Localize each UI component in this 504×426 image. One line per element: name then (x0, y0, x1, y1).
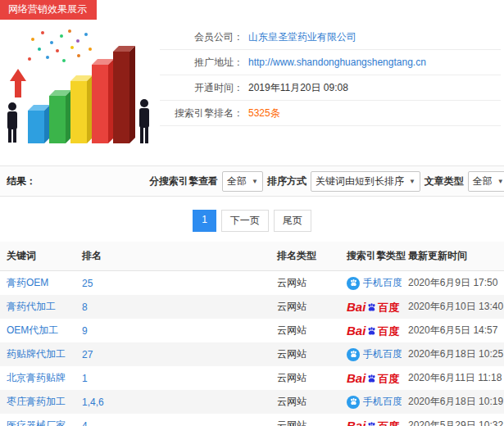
engine-cell: 手机百度 (340, 390, 402, 414)
engine-cell: 手机百度 (340, 271, 402, 296)
rank-type-cell: 云网站 (270, 295, 340, 319)
updated-cell: 2020年6月9日 17:50 (402, 271, 504, 296)
page-next[interactable]: 下一页 (221, 210, 269, 232)
chevron-down-icon: ▼ (409, 178, 415, 185)
keyword-cell: 北京膏药贴牌 (0, 366, 75, 390)
header-rank: 排名 (75, 242, 270, 271)
filter-bar: 结果： 分搜索引擎查看 全部 ▼ 排序方式 关键词由短到长排序 ▼ 文章类型 全… (0, 165, 504, 197)
page-title: 网络营销效果展示 (8, 3, 87, 15)
engine-cell: Bai百度 (340, 319, 402, 342)
rank-type-cell: 云网站 (270, 319, 340, 342)
promo-url-link[interactable]: http://www.shandonghuangshengtang.cn (248, 57, 426, 68)
article-type-value: 全部 (473, 174, 493, 188)
rank-link[interactable]: 25 (82, 278, 93, 289)
header-rank-type: 排名类型 (270, 242, 340, 271)
rank-cell: 27 (75, 342, 270, 366)
keyword-link[interactable]: 膏药代加工 (7, 301, 56, 312)
mobile-baidu-label: 手机百度 (363, 276, 402, 290)
rank-link[interactable]: 1 (82, 373, 88, 384)
keyword-cell: 枣庄膏药加工 (0, 390, 75, 414)
page: 网络营销效果展示 (0, 0, 504, 426)
header-engine-type: 搜索引擎类型 (340, 242, 402, 271)
article-type-select[interactable]: 全部 ▼ (468, 171, 504, 192)
updated-cell: 2020年6月18日 10:25 (402, 342, 504, 366)
company-info-list: 会员公司： 山东皇圣堂药业有限公司 推广地址： http://www.shand… (160, 25, 504, 154)
mobile-baidu-icon (347, 396, 360, 409)
promo-url-label: 推广地址： (160, 56, 243, 70)
mobile-baidu-engine: 手机百度 (347, 347, 402, 361)
table-row: 膏药代加工 8 云网站 Bai百度 2020年6月10日 13:40 (0, 295, 504, 319)
rank-type-cell: 云网站 (270, 414, 340, 426)
header-keyword: 关键词 (0, 242, 75, 271)
engine-cell: Bai百度 (340, 366, 402, 390)
rank-link[interactable]: 9 (82, 325, 88, 337)
results-table: 关键词 排名 排名类型 搜索引擎类型 最新更新时间 膏药OEM 25 云网站 手… (0, 242, 504, 426)
engine-filter-value: 全部 (227, 174, 247, 188)
keyword-link[interactable]: OEM代加工 (7, 324, 58, 336)
chevron-down-icon: ▼ (252, 178, 258, 185)
engine-filter-select[interactable]: 全部 ▼ (222, 171, 263, 192)
company-label: 会员公司： (160, 30, 243, 44)
rank-link[interactable]: 1,4,6 (82, 397, 104, 408)
promo-url-row: 推广地址： http://www.shandonghuangshengtang.… (160, 50, 501, 75)
engine-filter-label: 分搜索引擎查看 (149, 174, 218, 188)
table-row: 北京膏药贴牌 1 云网站 Bai百度 2020年6月11日 11:18 (0, 366, 504, 390)
mobile-baidu-engine: 手机百度 (347, 395, 402, 409)
sort-value: 关键词由短到长排序 (316, 174, 404, 188)
mobile-baidu-label: 手机百度 (363, 395, 402, 409)
filter-controls: 分搜索引擎查看 全部 ▼ 排序方式 关键词由短到长排序 ▼ 文章类型 全部 ▼ … (148, 170, 504, 193)
marketing-illustration (0, 23, 160, 154)
updated-cell: 2020年5月29日 10:32 (402, 414, 504, 426)
rank-count-label: 搜索引擎排名： (160, 106, 243, 120)
mobile-baidu-icon (347, 277, 360, 290)
rank-type-cell: 云网站 (270, 342, 340, 366)
article-type-label: 文章类型 (425, 174, 464, 188)
keyword-cell: 医疗器械厂家 (0, 414, 75, 426)
rank-cell: 25 (75, 271, 270, 296)
engine-cell: 手机百度 (340, 342, 402, 366)
rank-cell: 1,4,6 (75, 390, 270, 414)
keyword-cell: 膏药OEM (0, 271, 75, 296)
table-row: OEM代加工 9 云网站 Bai百度 2020年6月5日 14:57 (0, 319, 504, 342)
keyword-link[interactable]: 药贴牌代加工 (7, 348, 66, 360)
keyword-link[interactable]: 膏药OEM (7, 277, 48, 288)
open-time-row: 开通时间： 2019年11月20日 09:08 (160, 75, 501, 101)
rank-type-cell: 云网站 (270, 271, 340, 296)
rank-link[interactable]: 27 (82, 349, 93, 360)
rank-type-cell: 云网站 (270, 366, 340, 390)
keyword-cell: 膏药代加工 (0, 295, 75, 319)
chevron-down-icon: ▼ (497, 178, 504, 185)
keyword-cell: 药贴牌代加工 (0, 342, 75, 366)
mobile-baidu-icon (347, 348, 360, 361)
keyword-link[interactable]: 枣庄膏药加工 (7, 396, 66, 407)
updated-cell: 2020年6月10日 13:40 (402, 295, 504, 319)
table-header-row: 关键词 排名 排名类型 搜索引擎类型 最新更新时间 (0, 242, 504, 271)
sort-label: 排序方式 (267, 174, 306, 188)
result-label: 结果： (7, 174, 36, 188)
rank-cell: 1 (75, 366, 270, 390)
header-updated: 最新更新时间 (402, 242, 504, 271)
table-row: 枣庄膏药加工 1,4,6 云网站 手机百度 2020年6月18日 10:19 (0, 390, 504, 414)
keyword-link[interactable]: 医疗器械厂家 (7, 419, 66, 426)
company-name-link[interactable]: 山东皇圣堂药业有限公司 (248, 30, 356, 44)
rank-cell: 9 (75, 319, 270, 342)
open-time-value: 2019年11月20日 09:08 (248, 81, 348, 95)
rank-count-value: 5325条 (248, 106, 280, 120)
baidu-logo: Bai百度 (347, 372, 399, 384)
baidu-logo: Bai百度 (347, 419, 399, 426)
mobile-baidu-engine: 手机百度 (347, 276, 402, 290)
rank-link[interactable]: 8 (82, 301, 88, 313)
page-title-bar: 网络营销效果展示 (0, 0, 97, 20)
table-row: 医疗器械厂家 4 云网站 Bai百度 2020年5月29日 10:32 (0, 414, 504, 426)
updated-cell: 2020年6月18日 10:19 (402, 390, 504, 414)
baidu-logo: Bai百度 (347, 301, 399, 313)
keyword-link[interactable]: 北京膏药贴牌 (7, 372, 66, 383)
rank-cell: 4 (75, 414, 270, 426)
engine-cell: Bai百度 (340, 295, 402, 319)
page-last[interactable]: 尾页 (274, 210, 311, 232)
sort-select[interactable]: 关键词由短到长排序 ▼ (311, 171, 420, 192)
page-current[interactable]: 1 (193, 210, 216, 232)
rank-link[interactable]: 4 (82, 420, 88, 426)
table-body: 膏药OEM 25 云网站 手机百度 2020年6月9日 17:50 膏药代加工 … (0, 271, 504, 426)
keyword-cell: OEM代加工 (0, 319, 75, 342)
